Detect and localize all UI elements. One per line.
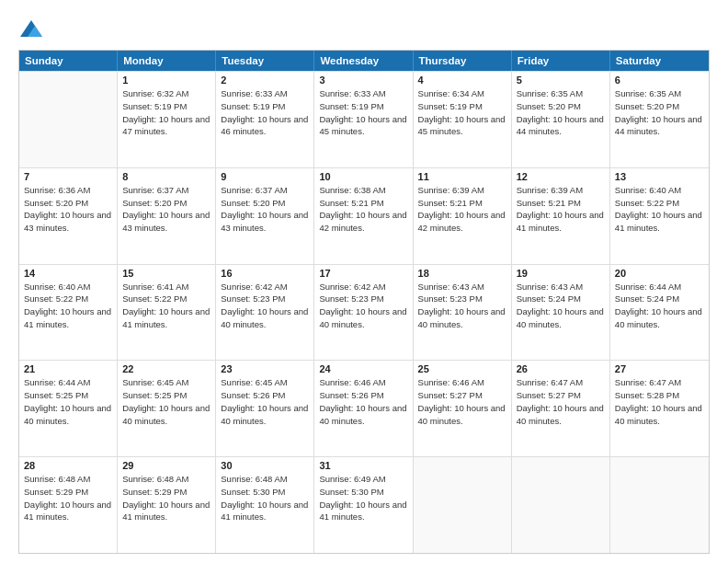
day-number: 27 (615, 363, 704, 374)
cell-info: Daylight: 10 hours and 41 minutes. (221, 499, 309, 524)
cell-info: Daylight: 10 hours and 41 minutes. (122, 499, 210, 524)
day-number: 17 (319, 268, 407, 279)
cell-info: Sunset: 5:29 PM (122, 486, 210, 499)
cell-info: Sunrise: 6:47 AM (517, 376, 605, 389)
cell-info: Sunset: 5:20 PM (615, 100, 704, 113)
cell-info: Sunset: 5:22 PM (615, 197, 704, 210)
cell-info: Daylight: 10 hours and 40 minutes. (615, 402, 704, 428)
day-number: 15 (122, 268, 210, 279)
day-number: 13 (615, 171, 704, 182)
cell-info: Sunset: 5:20 PM (221, 197, 309, 210)
day-number: 5 (517, 75, 605, 86)
calendar-cell: 4Sunrise: 6:34 AMSunset: 5:19 PMDaylight… (414, 72, 512, 167)
cell-info: Daylight: 10 hours and 40 minutes. (517, 305, 605, 331)
cell-info: Daylight: 10 hours and 46 minutes. (221, 113, 309, 139)
cell-info: Daylight: 10 hours and 41 minutes. (319, 499, 407, 524)
cell-info: Daylight: 10 hours and 40 minutes. (221, 305, 309, 331)
cell-info: Sunset: 5:29 PM (24, 486, 112, 499)
day-number: 1 (122, 75, 210, 86)
cell-info: Sunset: 5:27 PM (517, 389, 605, 402)
cell-info: Daylight: 10 hours and 45 minutes. (418, 113, 506, 139)
cell-info: Sunrise: 6:42 AM (319, 281, 407, 293)
cell-info: Daylight: 10 hours and 45 minutes. (319, 113, 407, 139)
calendar-cell: 28Sunrise: 6:48 AMSunset: 5:29 PMDayligh… (19, 457, 118, 553)
cell-info: Sunrise: 6:32 AM (122, 87, 210, 100)
calendar-cell: 25Sunrise: 6:46 AMSunset: 5:27 PMDayligh… (414, 361, 512, 456)
calendar-cell: 24Sunrise: 6:46 AMSunset: 5:26 PMDayligh… (314, 361, 413, 456)
cell-info: Sunrise: 6:43 AM (517, 281, 605, 293)
cell-info: Daylight: 10 hours and 40 minutes. (319, 402, 407, 428)
calendar-cell: 10Sunrise: 6:38 AMSunset: 5:21 PMDayligh… (314, 168, 413, 264)
cell-info: Sunrise: 6:46 AM (319, 376, 407, 389)
cell-info: Sunset: 5:23 PM (221, 293, 309, 305)
cell-info: Daylight: 10 hours and 40 minutes. (319, 305, 407, 331)
cell-info: Sunrise: 6:40 AM (615, 184, 704, 197)
calendar-row: 7Sunrise: 6:36 AMSunset: 5:20 PMDaylight… (19, 167, 709, 264)
cell-info: Daylight: 10 hours and 40 minutes. (221, 402, 309, 428)
header-day: Wednesday (314, 51, 413, 71)
cell-info: Sunset: 5:20 PM (24, 197, 112, 210)
cell-info: Sunset: 5:20 PM (517, 100, 605, 113)
calendar-cell: 22Sunrise: 6:45 AMSunset: 5:25 PMDayligh… (118, 361, 216, 456)
cell-info: Sunset: 5:23 PM (418, 293, 506, 305)
calendar-cell: 18Sunrise: 6:43 AMSunset: 5:23 PMDayligh… (414, 265, 512, 361)
cell-info: Sunrise: 6:37 AM (122, 184, 210, 197)
cell-info: Daylight: 10 hours and 41 minutes. (24, 499, 112, 524)
page: SundayMondayTuesdayWednesdayThursdayFrid… (0, 0, 728, 563)
calendar-cell: 17Sunrise: 6:42 AMSunset: 5:23 PMDayligh… (314, 265, 413, 361)
cell-info: Sunrise: 6:37 AM (221, 184, 309, 197)
day-number: 4 (418, 75, 506, 86)
cell-info: Sunrise: 6:45 AM (122, 376, 210, 389)
calendar-cell: 27Sunrise: 6:47 AMSunset: 5:28 PMDayligh… (610, 361, 709, 456)
calendar-cell (610, 457, 709, 553)
cell-info: Daylight: 10 hours and 41 minutes. (24, 305, 112, 331)
cell-info: Sunset: 5:19 PM (418, 100, 506, 113)
day-number: 2 (221, 75, 309, 86)
calendar-cell: 31Sunrise: 6:49 AMSunset: 5:30 PMDayligh… (314, 457, 413, 553)
cell-info: Daylight: 10 hours and 40 minutes. (122, 402, 210, 428)
calendar-cell: 20Sunrise: 6:44 AMSunset: 5:24 PMDayligh… (610, 265, 709, 361)
cell-info: Sunrise: 6:49 AM (319, 473, 407, 486)
day-number: 19 (517, 268, 605, 279)
cell-info: Sunset: 5:26 PM (221, 389, 309, 402)
day-number: 28 (24, 460, 112, 471)
calendar-cell: 1Sunrise: 6:32 AMSunset: 5:19 PMDaylight… (118, 72, 216, 167)
calendar: SundayMondayTuesdayWednesdayThursdayFrid… (18, 50, 710, 554)
cell-info: Sunrise: 6:47 AM (615, 376, 704, 389)
cell-info: Sunset: 5:21 PM (418, 197, 506, 210)
cell-info: Sunrise: 6:35 AM (517, 87, 605, 100)
cell-info: Sunset: 5:25 PM (24, 389, 112, 402)
cell-info: Sunset: 5:22 PM (122, 293, 210, 305)
cell-info: Daylight: 10 hours and 44 minutes. (517, 113, 605, 139)
day-number: 20 (615, 268, 704, 279)
cell-info: Daylight: 10 hours and 42 minutes. (319, 209, 407, 235)
cell-info: Sunset: 5:28 PM (615, 389, 704, 402)
logo (18, 17, 48, 42)
calendar-cell: 3Sunrise: 6:33 AMSunset: 5:19 PMDaylight… (314, 72, 413, 167)
day-number: 24 (319, 363, 407, 374)
header-day: Friday (512, 51, 610, 71)
calendar-cell: 14Sunrise: 6:40 AMSunset: 5:22 PMDayligh… (19, 265, 118, 361)
calendar-cell: 2Sunrise: 6:33 AMSunset: 5:19 PMDaylight… (216, 72, 314, 167)
day-number: 14 (24, 268, 112, 279)
cell-info: Sunrise: 6:39 AM (418, 184, 506, 197)
calendar-row: 1Sunrise: 6:32 AMSunset: 5:19 PMDaylight… (19, 71, 709, 167)
cell-info: Daylight: 10 hours and 41 minutes. (122, 305, 210, 331)
calendar-cell: 26Sunrise: 6:47 AMSunset: 5:27 PMDayligh… (512, 361, 610, 456)
logo-icon (18, 17, 44, 42)
cell-info: Sunset: 5:20 PM (122, 197, 210, 210)
calendar-body: 1Sunrise: 6:32 AMSunset: 5:19 PMDaylight… (19, 71, 709, 553)
cell-info: Daylight: 10 hours and 40 minutes. (517, 402, 605, 428)
cell-info: Daylight: 10 hours and 41 minutes. (615, 209, 704, 235)
cell-info: Daylight: 10 hours and 40 minutes. (418, 402, 506, 428)
cell-info: Sunset: 5:19 PM (122, 100, 210, 113)
day-number: 11 (418, 171, 506, 182)
cell-info: Sunrise: 6:48 AM (24, 473, 112, 486)
cell-info: Sunrise: 6:33 AM (319, 87, 407, 100)
cell-info: Sunset: 5:30 PM (319, 486, 407, 499)
day-number: 31 (319, 460, 407, 471)
calendar-row: 28Sunrise: 6:48 AMSunset: 5:29 PMDayligh… (19, 456, 709, 553)
cell-info: Sunset: 5:23 PM (319, 293, 407, 305)
calendar-cell: 21Sunrise: 6:44 AMSunset: 5:25 PMDayligh… (19, 361, 118, 456)
day-number: 6 (615, 75, 704, 86)
